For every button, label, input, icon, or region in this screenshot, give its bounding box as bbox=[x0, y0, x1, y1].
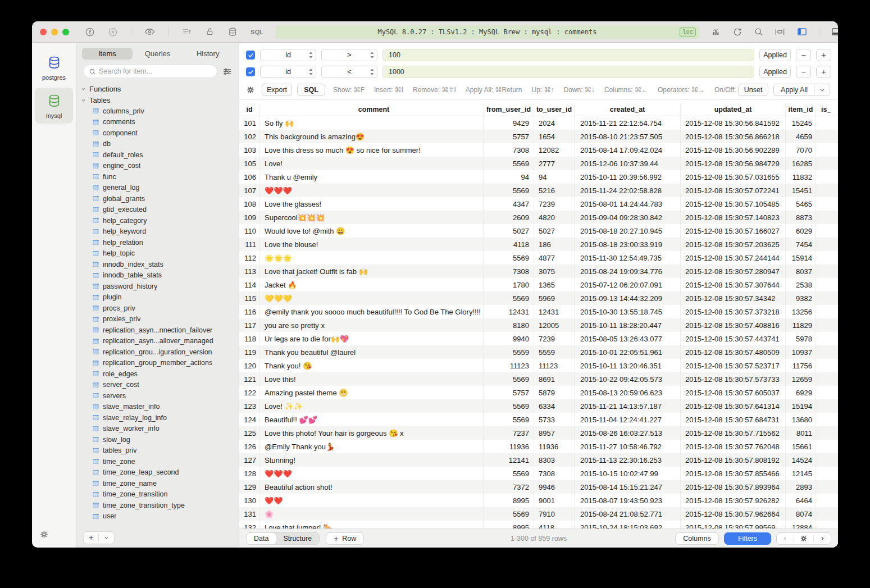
table-item[interactable]: servers bbox=[81, 390, 239, 402]
cell-is[interactable] bbox=[816, 130, 838, 143]
page-settings-gear-icon[interactable] bbox=[794, 533, 813, 544]
cell-updated-at[interactable]: 2015-12-08 15:30:57.280947 bbox=[681, 265, 786, 278]
cell-comment[interactable]: Love this! bbox=[260, 372, 484, 386]
cell-from-user-id[interactable]: 8995 bbox=[484, 521, 534, 528]
tab-items[interactable]: Items bbox=[82, 48, 133, 60]
table-item[interactable]: gtid_executed bbox=[81, 204, 239, 216]
cell-is[interactable] bbox=[816, 197, 838, 211]
cell-from-user-id[interactable]: 5569 bbox=[484, 184, 534, 197]
cell-comment[interactable]: Love! bbox=[260, 157, 484, 170]
cell-to-user-id[interactable]: 4118 bbox=[534, 521, 575, 528]
unset-button[interactable]: Unset bbox=[738, 84, 768, 96]
cell-from-user-id[interactable]: 94 bbox=[484, 170, 534, 184]
cell-is[interactable] bbox=[816, 359, 838, 372]
table-item[interactable]: comments bbox=[81, 117, 239, 128]
cell-to-user-id[interactable]: 6334 bbox=[534, 399, 575, 413]
cell-updated-at[interactable]: 2015-12-08 15:30:57.715562 bbox=[681, 426, 786, 440]
cell-is[interactable] bbox=[816, 467, 838, 480]
cell-to-user-id[interactable]: 4877 bbox=[534, 251, 575, 265]
cell-created-at[interactable]: 2015-11-27 10:58:46.792 bbox=[575, 440, 681, 453]
table-item[interactable]: component bbox=[81, 127, 239, 139]
cell-updated-at[interactable]: 2015-12-08 15:30:57.140823 bbox=[681, 211, 786, 224]
cell-item-id[interactable]: 6929 bbox=[786, 386, 816, 399]
cell-id[interactable]: 108 bbox=[239, 197, 260, 211]
cell-item-id[interactable]: 15245 bbox=[786, 116, 816, 130]
filter-value-input[interactable] bbox=[382, 49, 754, 61]
cell-is[interactable] bbox=[816, 453, 838, 467]
search-input[interactable] bbox=[99, 67, 212, 75]
table-item[interactable]: slave_master_info bbox=[81, 402, 239, 413]
cell-from-user-id[interactable]: 11123 bbox=[484, 359, 534, 372]
cell-from-user-id[interactable]: 5569 bbox=[484, 157, 534, 170]
cell-id[interactable]: 118 bbox=[239, 332, 260, 345]
cell-created-at[interactable]: 2015-08-24 21:08:52.771 bbox=[575, 507, 681, 521]
cell-id[interactable]: 107 bbox=[239, 184, 260, 197]
cell-created-at[interactable]: 2015-08-14 17:09:42.024 bbox=[575, 143, 681, 157]
cell-comment[interactable]: Thank u @emily bbox=[260, 170, 484, 184]
group-tables[interactable]: Tables bbox=[81, 95, 239, 106]
export-button[interactable]: Export bbox=[262, 84, 292, 96]
cell-id[interactable]: 131 bbox=[239, 507, 260, 521]
cell-id[interactable]: 130 bbox=[239, 494, 260, 507]
cell-from-user-id[interactable]: 8995 bbox=[484, 494, 534, 507]
lock-icon[interactable] bbox=[205, 27, 215, 37]
cell-id[interactable]: 103 bbox=[239, 143, 260, 157]
cell-to-user-id[interactable]: 8691 bbox=[534, 372, 575, 386]
cell-to-user-id[interactable]: 11936 bbox=[534, 440, 575, 453]
cell-created-at[interactable]: 2015-08-24 19:09:34.776 bbox=[575, 265, 681, 278]
cell-updated-at[interactable]: 2015-12-08 15:30:57.203625 bbox=[681, 238, 786, 251]
cell-item-id[interactable]: 12659 bbox=[786, 372, 816, 386]
cell-item-id[interactable]: 5465 bbox=[786, 197, 816, 211]
cell-id[interactable]: 106 bbox=[239, 170, 260, 184]
cell-item-id[interactable]: 13256 bbox=[786, 305, 816, 318]
toggle-left-panel-icon[interactable] bbox=[796, 26, 808, 37]
cell-id[interactable]: 114 bbox=[239, 278, 260, 291]
cell-updated-at[interactable]: 2015-12-08 15:30:56.984729 bbox=[681, 157, 786, 170]
add-item-menu-chevron[interactable] bbox=[99, 532, 114, 544]
cell-item-id[interactable]: 11829 bbox=[786, 318, 816, 332]
cell-created-at[interactable]: 2015-10-15 10:02:47.99 bbox=[575, 467, 681, 480]
cell-is[interactable] bbox=[816, 251, 838, 265]
table-item[interactable]: help_relation bbox=[81, 237, 239, 248]
cell-id[interactable]: 129 bbox=[239, 480, 260, 494]
cell-created-at[interactable]: 2015-11-21 22:12:54.754 bbox=[575, 116, 681, 130]
column-header-is[interactable]: is_ bbox=[816, 103, 838, 116]
cell-to-user-id[interactable]: 7308 bbox=[534, 467, 575, 480]
columns-button[interactable]: Columns bbox=[675, 532, 719, 545]
cell-comment[interactable]: Jacket 🔥 bbox=[260, 278, 484, 291]
cell-is[interactable] bbox=[816, 440, 838, 453]
cell-from-user-id[interactable]: 5569 bbox=[484, 413, 534, 426]
cell-is[interactable] bbox=[816, 238, 838, 251]
filter-enabled-checkbox[interactable] bbox=[246, 51, 255, 60]
cell-to-user-id[interactable]: 3075 bbox=[534, 265, 575, 278]
cell-comment[interactable]: Love that jacket! Outfit is fab 🙌 bbox=[260, 265, 484, 278]
cell-item-id[interactable]: 8074 bbox=[786, 507, 816, 521]
cell-comment[interactable]: Love this photo! Your hair is gorgeous 😘… bbox=[260, 426, 484, 440]
search-icon[interactable] bbox=[754, 27, 763, 37]
cell-id[interactable]: 128 bbox=[239, 467, 260, 480]
prev-page-icon[interactable] bbox=[777, 533, 794, 544]
table-item[interactable]: time_zone_transition bbox=[81, 489, 239, 500]
table-item[interactable]: default_roles bbox=[81, 149, 239, 161]
column-header-id[interactable]: id bbox=[239, 103, 260, 116]
cell-from-user-id[interactable]: 4118 bbox=[484, 238, 534, 251]
filter-operator-select[interactable]: < bbox=[321, 66, 377, 78]
cell-is[interactable] bbox=[816, 211, 838, 224]
cell-updated-at[interactable]: 2015-12-08 15:30:57.962664 bbox=[681, 507, 786, 521]
cell-id[interactable]: 123 bbox=[239, 399, 260, 413]
cell-updated-at[interactable]: 2015-12-08 15:30:56.841592 bbox=[681, 116, 786, 130]
cell-created-at[interactable]: 2015-10-30 13:55:18.745 bbox=[575, 305, 681, 318]
cell-to-user-id[interactable]: 11123 bbox=[534, 359, 575, 372]
filter-column-select[interactable]: id bbox=[260, 49, 316, 61]
connection-postgres[interactable]: postgres bbox=[35, 49, 73, 85]
cell-created-at[interactable]: 2015-10-11 20:39:56.992 bbox=[575, 170, 681, 184]
cell-is[interactable] bbox=[816, 345, 838, 359]
cell-comment[interactable]: Beautiful action shot! bbox=[260, 480, 484, 494]
cell-updated-at[interactable]: 2015-12-08 15:30:57.443741 bbox=[681, 332, 786, 345]
cell-created-at[interactable]: 2015-08-07 19:43:50.923 bbox=[575, 494, 681, 507]
cell-item-id[interactable]: 4659 bbox=[786, 130, 816, 143]
cell-comment[interactable]: Would love to! @mith 😀 bbox=[260, 224, 484, 238]
cell-comment[interactable]: Thank you! 😘 bbox=[260, 359, 484, 372]
stats-chart-icon[interactable] bbox=[711, 27, 721, 37]
apply-all-button[interactable]: Apply All bbox=[773, 84, 830, 96]
